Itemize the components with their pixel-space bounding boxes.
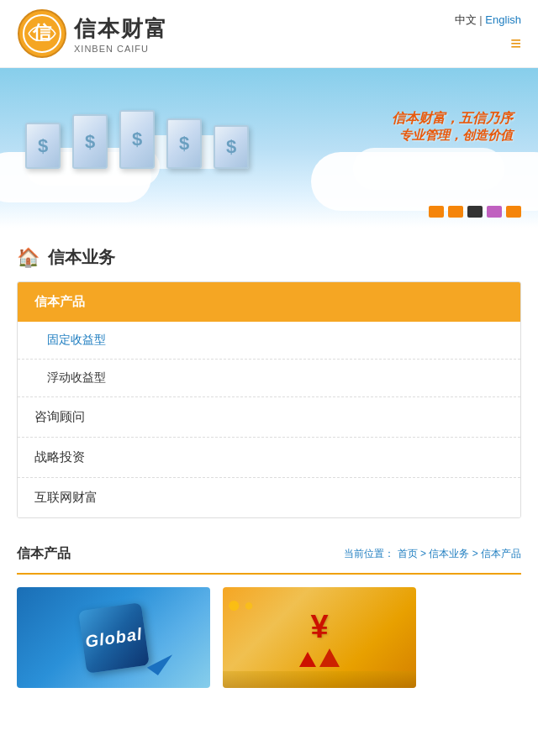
breadcrumb-sep1: > — [420, 548, 429, 559]
tagline-line1: 信本财富，五信乃序 — [392, 110, 513, 128]
breadcrumb-nav: 当前位置： 首页 > 信本业务 > 信本产品 — [344, 547, 521, 561]
logo-en-text: XINBEN CAIFU — [74, 44, 168, 54]
logo-area: 信 信本财富 XINBEN CAIFU — [17, 8, 168, 59]
arrow-large — [319, 648, 340, 667]
card-arrow — [146, 647, 171, 675]
globe-cube: Global — [78, 602, 150, 674]
breadcrumb-sep2: > — [472, 548, 481, 559]
menu-item-consulting[interactable]: 咨询顾问 — [18, 397, 520, 438]
dot-4[interactable] — [487, 206, 502, 218]
banner: $ $ $ $ $ 信本财富，五信乃序 专业管理，创造价值 — [0, 68, 538, 228]
dot-5[interactable] — [506, 206, 521, 218]
menu-item-xinben-product[interactable]: 信本产品 — [18, 282, 520, 322]
product-card-global[interactable]: Global — [17, 587, 210, 688]
red-arrows — [299, 648, 340, 667]
coin-decoration-1: ● — [227, 591, 241, 618]
coin-decoration-2: ● — [244, 596, 254, 615]
yen-symbol: ¥ — [310, 609, 328, 645]
lang-switch[interactable]: 中文 | English — [455, 13, 521, 28]
menu-list: 信本产品 固定收益型 浮动收益型 咨询顾问 战略投资 互联网财富 — [17, 281, 521, 518]
breadcrumb-page-title: 信本产品 — [17, 545, 71, 563]
breadcrumb-location-label: 当前位置： — [344, 548, 394, 559]
menu-sub-float-income[interactable]: 浮动收益型 — [18, 360, 520, 397]
tagline-line2: 专业管理，创造价值 — [392, 128, 513, 144]
lang-cn[interactable]: 中文 — [455, 13, 477, 26]
main-content: 🏠 信本业务 信本产品 固定收益型 浮动收益型 咨询顾问 战略投资 互联网财富 … — [0, 246, 538, 696]
breadcrumb-home[interactable]: 首页 — [398, 548, 418, 559]
breadcrumb-bar: 信本产品 当前位置： 首页 > 信本业务 > 信本产品 — [17, 535, 521, 575]
menu-item-strategy[interactable]: 战略投资 — [18, 438, 520, 478]
menu-item-internet-wealth[interactable]: 互联网财富 — [18, 478, 520, 517]
card-global-inner: Global — [82, 606, 145, 669]
logo-cn-text: 信本财富 — [74, 14, 168, 44]
home-icon: 🏠 — [17, 247, 40, 269]
product-card-finance[interactable]: ● ● ¥ — [223, 587, 416, 688]
breadcrumb-section[interactable]: 信本业务 — [429, 548, 469, 559]
banner-dots — [429, 206, 521, 218]
product-cards: Global ● ● ¥ — [17, 587, 521, 696]
logo-icon: 信 — [17, 8, 67, 59]
header: 信 信本财富 XINBEN CAIFU 中文 | English ≡ — [0, 0, 538, 68]
dot-2[interactable] — [448, 206, 463, 218]
banner-tagline: 信本财富，五信乃序 专业管理，创造价值 — [392, 110, 513, 144]
card-global-text: Global — [84, 624, 144, 651]
finance-card-content: ¥ — [299, 609, 340, 667]
dot-3[interactable] — [467, 206, 483, 218]
header-right: 中文 | English ≡ — [455, 13, 521, 55]
breadcrumb-current: 信本产品 — [481, 548, 521, 559]
card-bottom-bar — [223, 671, 416, 688]
hamburger-icon[interactable]: ≡ — [510, 33, 521, 55]
arrow-small — [299, 652, 316, 667]
section-title-text: 信本业务 — [48, 246, 115, 269]
section-title: 🏠 信本业务 — [17, 246, 521, 269]
menu-sub-fixed-income[interactable]: 固定收益型 — [18, 322, 520, 360]
lang-en[interactable]: English — [485, 13, 521, 26]
dot-1[interactable] — [429, 206, 444, 218]
banner-dollar-blocks: $ $ $ $ $ — [25, 110, 249, 169]
logo-text: 信本财富 XINBEN CAIFU — [74, 14, 168, 54]
